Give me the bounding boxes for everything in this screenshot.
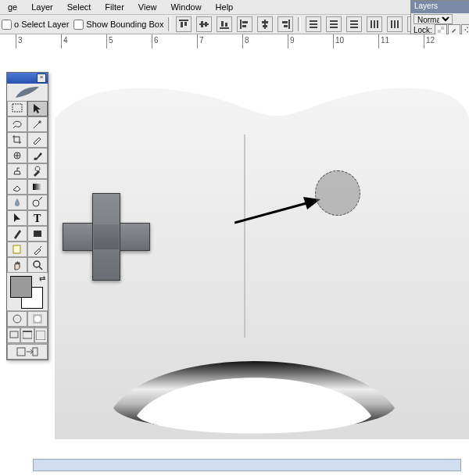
svg-rect-56 <box>36 331 45 340</box>
ruler-tick <box>378 34 379 48</box>
tool-gradient[interactable] <box>27 179 48 195</box>
svg-rect-14 <box>263 25 267 27</box>
menu-filter[interactable]: Filter <box>98 1 130 13</box>
toolbox: × T ⇄ <box>6 72 48 360</box>
distribute-bottom-icon[interactable] <box>346 16 362 32</box>
svg-rect-30 <box>391 20 392 28</box>
lock-paint-icon[interactable] <box>448 24 460 35</box>
align-vcenter-icon[interactable] <box>196 16 212 32</box>
lock-move-icon[interactable] <box>461 24 469 35</box>
ruler-tick <box>152 34 152 48</box>
menu-layer[interactable]: Layer <box>25 1 59 13</box>
ruler-label: 3 <box>18 36 23 45</box>
jump-to-imageready-icon[interactable] <box>7 344 48 360</box>
foreground-color[interactable] <box>10 276 32 298</box>
svg-rect-2 <box>184 22 187 26</box>
screen-mode-row <box>7 327 48 343</box>
svg-point-45 <box>33 200 39 206</box>
standard-mode-icon[interactable] <box>7 311 27 327</box>
tool-clone-stamp[interactable] <box>7 163 27 179</box>
align-right-icon[interactable] <box>277 16 293 32</box>
align-left-icon[interactable] <box>237 16 252 32</box>
tool-blur[interactable] <box>7 195 27 210</box>
svg-rect-12 <box>264 20 266 29</box>
auto-select-checkbox[interactable] <box>2 20 12 30</box>
ruler-label: 12 <box>426 36 435 45</box>
tool-crop[interactable] <box>7 132 27 148</box>
tool-type[interactable]: T <box>27 210 48 226</box>
menu-view[interactable]: View <box>132 1 163 13</box>
swap-colors-icon[interactable]: ⇄ <box>39 274 45 283</box>
lock-icons <box>435 24 469 35</box>
close-icon[interactable]: × <box>37 73 46 83</box>
distribute-left-icon[interactable] <box>367 16 382 32</box>
distribute-vcenter-icon[interactable] <box>326 16 342 32</box>
tool-dodge[interactable] <box>27 195 48 210</box>
menu-image[interactable]: ge <box>2 1 23 13</box>
ruler-label: 10 <box>335 36 344 45</box>
screen-std-icon[interactable] <box>7 327 20 343</box>
svg-rect-42 <box>13 104 22 112</box>
ruler-tick <box>288 34 288 48</box>
ruler-tick <box>61 34 62 48</box>
distribute-hcenter-icon[interactable] <box>387 16 403 32</box>
options-bar: o Select Layer Show Bounding Box <box>0 15 469 34</box>
lock-transparency-icon[interactable] <box>435 24 447 35</box>
auto-select-layer[interactable]: o Select Layer <box>2 20 69 30</box>
layers-tab[interactable]: Layers <box>411 1 469 13</box>
distribute-top-icon[interactable] <box>306 16 321 32</box>
svg-rect-20 <box>310 27 317 28</box>
tool-hand[interactable] <box>7 257 27 273</box>
tool-shape[interactable] <box>27 226 48 242</box>
tool-slice[interactable] <box>27 132 48 148</box>
show-bounding-box[interactable]: Show Bounding Box <box>73 20 163 30</box>
show-bbox-checkbox[interactable] <box>73 20 84 30</box>
tool-healing-brush[interactable] <box>7 148 27 163</box>
menu-help[interactable]: Help <box>209 1 240 13</box>
tool-pen[interactable] <box>7 226 27 242</box>
align-bottom-icon[interactable] <box>217 16 232 32</box>
blend-mode-select[interactable]: Normal <box>414 14 453 24</box>
tool-zoom[interactable] <box>27 257 48 273</box>
svg-rect-48 <box>13 245 20 253</box>
tool-brush[interactable] <box>27 148 48 163</box>
menubar: ge Layer Select Filter View Window Help <box>0 0 469 15</box>
quickmask-mode-icon[interactable] <box>27 311 48 327</box>
align-hcenter-icon[interactable] <box>257 16 273 32</box>
ruler-label: 6 <box>154 36 159 45</box>
horizontal-scrollbar[interactable] <box>33 459 461 471</box>
svg-rect-26 <box>350 27 358 28</box>
svg-rect-11 <box>242 25 246 27</box>
tool-path-select[interactable] <box>7 210 27 226</box>
svg-rect-13 <box>262 21 268 23</box>
menu-window[interactable]: Window <box>164 1 207 13</box>
svg-rect-23 <box>330 27 338 28</box>
tool-magic-wand[interactable] <box>27 116 48 132</box>
ruler-tick <box>106 34 107 48</box>
svg-rect-58 <box>33 348 38 356</box>
layers-panel: Layers Normal Lock: <box>410 0 469 34</box>
svg-rect-3 <box>199 23 209 25</box>
screen-full-icon[interactable] <box>34 327 48 343</box>
svg-rect-15 <box>288 20 290 29</box>
tool-marquee[interactable] <box>7 101 27 116</box>
tool-lasso[interactable] <box>7 116 27 132</box>
align-top-icon[interactable] <box>176 16 192 32</box>
tool-move[interactable] <box>27 101 48 116</box>
toolbox-titlebar[interactable]: × <box>7 73 48 84</box>
tool-eyedropper[interactable] <box>27 242 48 257</box>
menu-select[interactable]: Select <box>61 1 98 13</box>
ruler-label: 5 <box>109 36 113 45</box>
svg-rect-55 <box>23 331 32 332</box>
canvas[interactable] <box>0 48 469 471</box>
tool-eraser[interactable] <box>7 179 27 195</box>
tool-grid: T <box>7 101 48 273</box>
marquee-selection <box>315 170 360 216</box>
screen-full-menu-icon[interactable] <box>20 327 34 343</box>
horizontal-ruler: /* populated below */ 3456789101112 <box>0 34 469 49</box>
tool-history-brush[interactable] <box>27 163 48 179</box>
svg-rect-8 <box>225 23 227 27</box>
ruler-label: 8 <box>245 36 249 45</box>
ruler-tick <box>424 34 424 48</box>
tool-notes[interactable] <box>7 242 27 257</box>
